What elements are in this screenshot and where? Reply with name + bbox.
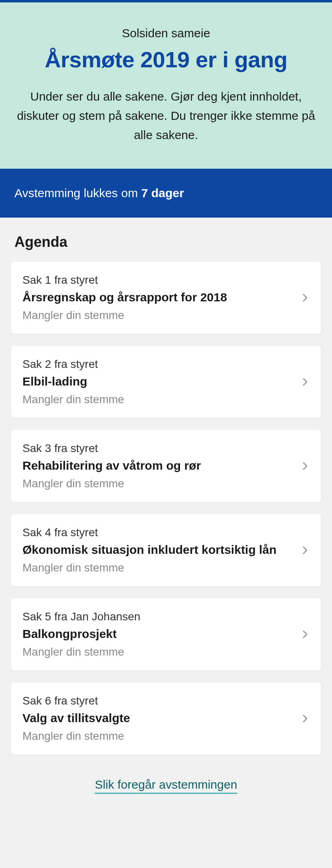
agenda-item-status: Mangler din stemme — [22, 561, 292, 574]
agenda-item-title: Elbil-lading — [22, 375, 292, 388]
content-area: Agenda Sak 1 fra styret Årsregnskap og å… — [0, 218, 332, 811]
agenda-item-label: Sak 5 fra Jan Johansen — [22, 610, 292, 623]
agenda-heading: Agenda — [11, 234, 321, 250]
agenda-item-title: Valg av tillitsvalgte — [22, 711, 292, 725]
header-section: Solsiden sameie Årsmøte 2019 er i gang U… — [0, 2, 332, 169]
agenda-item-title: Balkongprosjekt — [22, 627, 292, 641]
agenda-item-4[interactable]: Sak 4 fra styret Økonomisk situasjon ink… — [11, 514, 321, 586]
organization-name: Solsiden sameie — [16, 26, 316, 40]
chevron-right-icon — [300, 377, 310, 387]
chevron-right-icon — [300, 293, 310, 303]
agenda-item-status: Mangler din stemme — [22, 646, 292, 658]
agenda-item-label: Sak 1 fra styret — [22, 274, 292, 287]
agenda-item-status: Mangler din stemme — [22, 477, 292, 490]
agenda-item-3[interactable]: Sak 3 fra styret Rehabilitering av våtro… — [11, 430, 321, 502]
chevron-right-icon — [300, 545, 310, 555]
agenda-item-label: Sak 2 fra styret — [22, 358, 292, 371]
agenda-item-content: Sak 5 fra Jan Johansen Balkongprosjekt M… — [22, 610, 292, 658]
agenda-item-6[interactable]: Sak 6 fra styret Valg av tillitsvalgte M… — [11, 682, 321, 755]
agenda-item-title: Rehabilitering av våtrom og rør — [22, 459, 292, 472]
voting-countdown-banner: Avstemming lukkes om 7 dager — [0, 169, 332, 218]
agenda-item-content: Sak 2 fra styret Elbil-lading Mangler di… — [22, 358, 292, 406]
voting-info-link[interactable]: Slik foregår avstemmingen — [95, 778, 237, 794]
agenda-item-2[interactable]: Sak 2 fra styret Elbil-lading Mangler di… — [11, 346, 321, 418]
agenda-item-label: Sak 6 fra styret — [22, 694, 292, 707]
agenda-item-1[interactable]: Sak 1 fra styret Årsregnskap og årsrappo… — [11, 262, 321, 334]
agenda-item-status: Mangler din stemme — [22, 309, 292, 322]
voting-duration: 7 dager — [141, 186, 184, 200]
agenda-item-content: Sak 3 fra styret Rehabilitering av våtro… — [22, 442, 292, 490]
agenda-item-title: Økonomisk situasjon inkludert kortsiktig… — [22, 543, 292, 557]
chevron-right-icon — [300, 461, 310, 471]
agenda-item-content: Sak 4 fra styret Økonomisk situasjon ink… — [22, 526, 292, 574]
chevron-right-icon — [300, 630, 310, 639]
agenda-item-5[interactable]: Sak 5 fra Jan Johansen Balkongprosjekt M… — [11, 598, 321, 670]
footer-link-wrapper: Slik foregår avstemmingen — [11, 767, 321, 791]
chevron-right-icon — [300, 714, 310, 723]
agenda-item-label: Sak 3 fra styret — [22, 442, 292, 455]
voting-countdown-text: Avstemming lukkes om 7 dager — [14, 186, 184, 200]
agenda-item-status: Mangler din stemme — [22, 730, 292, 743]
agenda-item-label: Sak 4 fra styret — [22, 526, 292, 539]
agenda-item-content: Sak 1 fra styret Årsregnskap og årsrappo… — [22, 274, 292, 322]
voting-prefix: Avstemming lukkes om — [14, 186, 141, 200]
agenda-item-content: Sak 6 fra styret Valg av tillitsvalgte M… — [22, 694, 292, 743]
agenda-item-title: Årsregnskap og årsrapport for 2018 — [22, 291, 292, 304]
agenda-item-status: Mangler din stemme — [22, 393, 292, 406]
page-description: Under ser du alle sakene. Gjør deg kjent… — [16, 87, 316, 145]
page-title: Årsmøte 2019 er i gang — [16, 46, 316, 73]
